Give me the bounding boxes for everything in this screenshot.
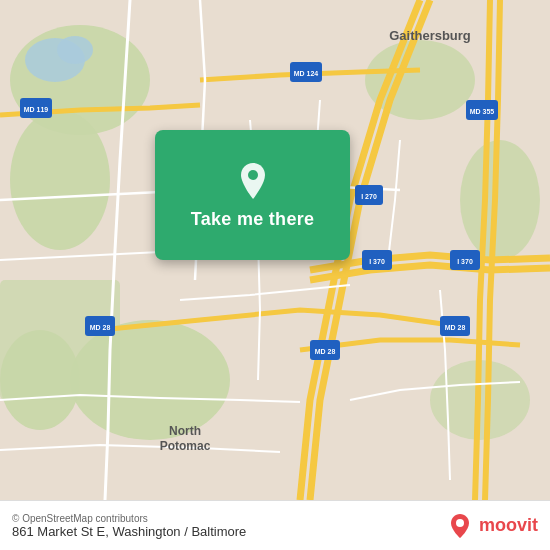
svg-text:I 370: I 370 xyxy=(369,258,385,265)
map-container: MD 119 MD 124 I 270 I 370 I 370 MD 355 M… xyxy=(0,0,550,500)
svg-point-7 xyxy=(460,140,540,260)
bottom-left-info: © OpenStreetMap contributors 861 Market … xyxy=(12,513,246,539)
svg-rect-5 xyxy=(0,280,120,400)
svg-text:MD 28: MD 28 xyxy=(315,348,336,355)
svg-text:Gaithersburg: Gaithersburg xyxy=(389,28,471,43)
svg-point-6 xyxy=(365,40,475,120)
address-label: 861 Market St E, Washington / Baltimore xyxy=(12,524,246,539)
svg-point-10 xyxy=(57,36,93,64)
svg-text:I 270: I 270 xyxy=(361,193,377,200)
svg-text:MD 28: MD 28 xyxy=(445,324,466,331)
svg-text:MD 355: MD 355 xyxy=(470,108,495,115)
take-me-there-button[interactable]: Take me there xyxy=(155,130,350,260)
svg-point-2 xyxy=(10,110,110,250)
bottom-bar: © OpenStreetMap contributors 861 Market … xyxy=(0,500,550,550)
moovit-text-label: moovit xyxy=(479,515,538,536)
svg-text:North: North xyxy=(169,424,201,438)
svg-point-34 xyxy=(456,519,464,527)
svg-text:MD 124: MD 124 xyxy=(294,70,319,77)
svg-text:Potomac: Potomac xyxy=(160,439,211,453)
svg-point-33 xyxy=(248,170,258,180)
moovit-logo: moovit xyxy=(446,512,538,540)
moovit-brand-icon xyxy=(446,512,474,540)
svg-text:I 370: I 370 xyxy=(457,258,473,265)
svg-text:MD 28: MD 28 xyxy=(90,324,111,331)
osm-attribution: © OpenStreetMap contributors xyxy=(12,513,246,524)
location-pin-icon xyxy=(233,161,273,201)
take-me-there-label: Take me there xyxy=(191,209,315,230)
svg-text:MD 119: MD 119 xyxy=(24,106,49,113)
